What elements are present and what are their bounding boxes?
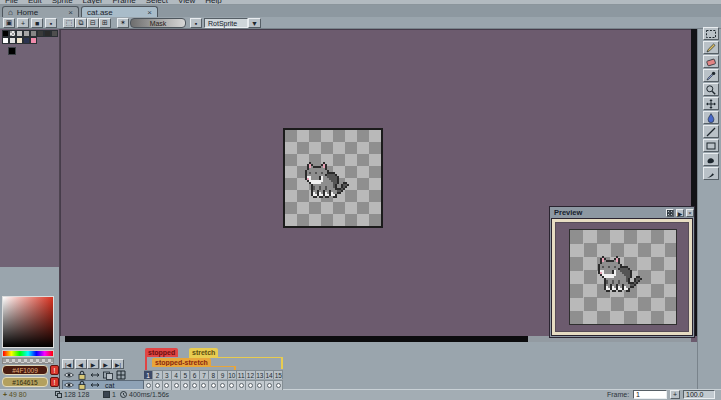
frame-cell[interactable] [200,380,209,390]
palette-swatch[interactable] [16,37,23,44]
frame-cell[interactable] [265,380,274,390]
paint-bucket-tool[interactable] [703,111,719,124]
rectangle-tool[interactable] [703,139,719,152]
close-icon[interactable]: × [147,8,152,17]
lock-icon[interactable] [76,370,88,379]
frame-header-11[interactable]: 11 [237,370,246,379]
palette-swatch[interactable] [2,30,9,37]
last-frame-button[interactable]: ▶| [112,359,124,369]
frame-header-7[interactable]: 7 [200,370,209,379]
frame-header-15[interactable]: 15 [274,370,283,379]
frame-cell[interactable] [256,380,265,390]
frame-cell[interactable] [246,380,255,390]
frame-header-10[interactable]: 10 [228,370,237,379]
frame-cell[interactable] [181,380,190,390]
eye-icon[interactable] [63,370,75,379]
transparent-color-mask-bar[interactable]: Mask [130,18,186,28]
frame-cell[interactable] [274,380,283,390]
frame-header-13[interactable]: 13 [256,370,265,379]
frame-cell[interactable] [172,380,181,390]
prev-frame-button[interactable]: ◀ [75,359,87,369]
foreground-color-field[interactable]: #4F1009 [2,365,48,375]
frame-cell[interactable] [209,380,218,390]
preview-window[interactable]: Preview ▶ × [549,206,695,338]
palette-swatch[interactable] [16,30,23,37]
close-icon[interactable]: × [68,8,73,17]
selected-palette-swatch[interactable] [8,47,16,55]
first-frame-button[interactable]: |◀ [62,359,74,369]
animation-tag[interactable]: stopped [145,348,178,357]
intersect-selection-icon[interactable]: ⊞ [99,18,111,28]
saturation-value-picker[interactable] [2,296,54,348]
animation-tag[interactable]: stretch [189,348,218,357]
sparkle-icon[interactable]: ✶ [117,18,129,28]
frame-header-9[interactable]: 9 [218,370,227,379]
palette-swatch[interactable] [9,37,16,44]
background-color-field[interactable]: #164615 [2,377,48,387]
palette-swatch[interactable] [30,37,37,44]
palette-swatch[interactable] [37,30,44,37]
palette-warning-icon[interactable]: ! [50,377,59,387]
line-tool[interactable] [703,125,719,138]
frame-header-8[interactable]: 8 [209,370,218,379]
lock-icon[interactable] [76,381,88,389]
chevron-down-icon[interactable]: ▼ [248,18,261,28]
frame-header-4[interactable]: 4 [172,370,181,379]
play-button[interactable]: ▶ [87,359,99,369]
sprite-canvas[interactable] [283,128,383,228]
frame-cell[interactable] [163,380,172,390]
layer-name[interactable]: cat [105,382,114,389]
frame-cell[interactable] [218,380,227,390]
frame-cell[interactable] [237,380,246,390]
add-icon[interactable]: + [17,18,29,28]
hue-slider[interactable] [2,350,54,357]
frame-input[interactable]: 1 [633,390,667,399]
small-square-icon[interactable]: ▪ [45,18,57,28]
eye-icon[interactable] [63,381,75,389]
move-tool[interactable] [703,97,719,110]
frame-cell[interactable] [153,380,162,390]
alpha-slider[interactable] [2,358,54,364]
rotation-algorithm-select[interactable]: RotSprite [204,18,248,28]
grid-icon[interactable] [115,370,127,379]
zoom-tool[interactable] [703,83,719,96]
eyedropper-tool[interactable] [703,69,719,82]
palette-warning-icon[interactable]: ! [50,365,59,375]
frame-cell[interactable] [144,380,153,390]
close-icon[interactable]: × [686,209,694,217]
rect-marquee-tool[interactable] [703,27,719,40]
frame-header-3[interactable]: 3 [163,370,172,379]
palette-swatch[interactable] [23,30,30,37]
scrollbar-thumb[interactable] [65,336,528,342]
lock-icon[interactable]: ▣ [3,18,15,28]
tab-home[interactable]: ⌂ Home × [2,6,79,17]
next-frame-button[interactable]: ▶ [100,359,112,369]
eraser-tool[interactable] [703,55,719,68]
palette-swatch[interactable] [9,30,16,37]
zoom-level[interactable]: 100.0 [683,390,715,399]
jumble-tool[interactable] [703,167,719,180]
add-frame-button[interactable]: + [670,390,680,399]
continuous-icon[interactable] [89,381,101,389]
contour-tool[interactable] [703,153,719,166]
palette-swatch[interactable] [23,37,30,44]
frame-header-6[interactable]: 6 [191,370,200,379]
grid-icon[interactable] [666,209,674,217]
frame-header-5[interactable]: 5 [181,370,190,379]
palette-swatch[interactable] [2,37,9,44]
frame-header-2[interactable]: 2 [153,370,162,379]
frame-cell[interactable] [228,380,237,390]
add-selection-icon[interactable]: ⧉ [75,18,87,28]
frame-cell[interactable] [191,380,200,390]
frame-header-14[interactable]: 14 [265,370,274,379]
replace-selection-icon[interactable]: ⬚ [63,18,75,28]
play-icon[interactable]: ▶ [676,209,684,217]
palette-swatch[interactable] [51,30,58,37]
tab-document[interactable]: cat.ase × [81,6,158,17]
pencil-tool[interactable] [703,41,719,54]
frame-header-1[interactable]: 1 [144,370,153,379]
frame-header-12[interactable]: 12 [246,370,255,379]
subtract-selection-icon[interactable]: ⊟ [87,18,99,28]
palette-swatch[interactable] [44,30,51,37]
continuous-icon[interactable] [89,370,101,379]
